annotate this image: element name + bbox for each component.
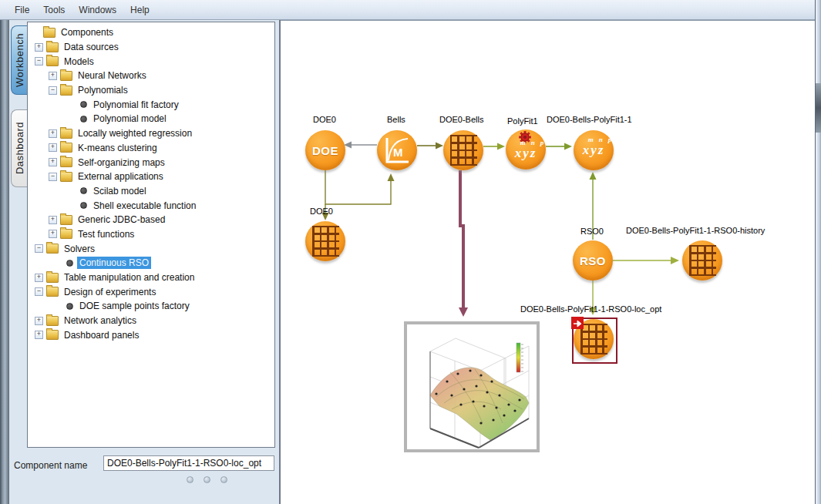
tree-item-scilab-model[interactable]: Scilab model — [28, 184, 274, 199]
tree-item-label: Neural Networks — [76, 69, 149, 82]
node-label-bells: Bells — [387, 115, 405, 124]
tree-item-shell-executable-function[interactable]: Shell executable function — [28, 198, 274, 213]
tree-item-solvers[interactable]: − Solvers — [28, 241, 274, 256]
tree-item-design-of-experiments[interactable]: − Design of experiments — [28, 284, 274, 299]
tree-toggle[interactable]: − — [35, 244, 43, 253]
panel-splitter-dots[interactable] — [187, 476, 227, 483]
surface-plot-preview[interactable] — [404, 321, 540, 452]
tree-item-components[interactable]: Components — [28, 25, 274, 40]
tree-toggle[interactable]: − — [49, 173, 57, 181]
folder-icon — [60, 71, 72, 81]
tree-toggle[interactable]: − — [35, 287, 43, 296]
tree-item-polynomial-model[interactable]: Polynomial model — [28, 112, 274, 126]
tree-item-dashboard-panels[interactable]: + Dashboard panels — [28, 328, 274, 342]
tree-toggle[interactable]: + — [49, 72, 57, 80]
xyz-glyph: mnpxyz — [583, 143, 605, 158]
node-label-rso0: RSO0 — [580, 227, 604, 236]
tree-toggle[interactable]: + — [35, 274, 43, 282]
node-polyfit1[interactable]: mnpxyz — [506, 129, 546, 170]
tree-item-generic-jdbc-based[interactable]: + Generic JDBC-based — [28, 213, 274, 227]
surface-plot-image — [407, 324, 537, 449]
tree-item-label: Data sources — [62, 41, 121, 53]
plot-legend — [516, 343, 520, 372]
tree-item-data-sources[interactable]: + Data sources — [28, 40, 274, 55]
xyz-glyph: mnpxyz — [515, 146, 537, 161]
node-doe0-factory[interactable]: DOE — [305, 130, 345, 170]
folder-icon — [60, 86, 72, 96]
tree-toggle[interactable]: − — [35, 57, 43, 66]
tree-item-polynomials[interactable]: − Polynomials — [28, 83, 274, 98]
workflow-canvas[interactable]: DOE0 Bells DOE0-Bells PolyFit1 DOE0-Bell… — [281, 20, 815, 504]
node-polyfit-model[interactable]: mnpxyz — [574, 130, 614, 170]
bullet-icon — [80, 101, 87, 108]
tree-item-table-manipulation-and-creation[interactable]: + Table manipulation and creation — [28, 270, 274, 285]
tree-item-doe-sample-points-factory[interactable]: DOE sample points factory — [28, 299, 274, 314]
tree-toggle[interactable]: + — [49, 230, 57, 238]
node-rso0[interactable]: RSO — [573, 240, 613, 281]
menu-help[interactable]: Help — [123, 2, 156, 18]
doe-glyph: DOE — [312, 144, 338, 157]
tree-toggle[interactable]: − — [49, 86, 57, 95]
tree-item-label: Generic JDBC-based — [76, 213, 167, 226]
tree-item-label: Polynomials — [76, 84, 130, 96]
folder-icon — [46, 330, 59, 340]
tree-toggle[interactable]: + — [49, 129, 57, 138]
node-label-doe0table: DOE0 — [310, 207, 333, 216]
tree-toggle[interactable]: + — [35, 331, 43, 339]
node-label-model: DOE0-Bells-PolyFit1-1 — [547, 115, 632, 124]
tree-item-k-means-clustering[interactable]: + K-means clustering — [28, 141, 274, 156]
tree-item-continuous-rso[interactable]: Continuous RSO — [28, 256, 274, 270]
node-doe0-table[interactable] — [305, 221, 345, 261]
tree-item-label: Table manipulation and creation — [62, 271, 197, 284]
white-arrow-icon — [572, 318, 583, 328]
tree-item-models[interactable]: − Models — [28, 54, 274, 69]
tree-item-label: Models — [62, 55, 96, 68]
tree-item-label: K-means clustering — [76, 142, 160, 154]
workflow-edges — [281, 21, 815, 504]
svg-text:M: M — [393, 146, 403, 159]
tree-item-label: Design of experiments — [62, 286, 158, 298]
tree-item-label: DOE sample points factory — [77, 300, 192, 312]
menu-tools[interactable]: Tools — [36, 2, 72, 18]
tree-toggle[interactable]: + — [35, 317, 43, 325]
tree-item-polynomial-fit-factory[interactable]: Polynomial fit factory — [28, 97, 274, 112]
bullet-icon — [80, 202, 87, 209]
folder-icon — [43, 28, 56, 38]
folder-icon — [46, 287, 59, 297]
folder-icon — [60, 129, 72, 139]
menu-bar: File Tools Windows Help — [0, 0, 815, 20]
scrollbar-thumb[interactable] — [816, 83, 821, 133]
tree-toggle[interactable]: + — [49, 143, 57, 152]
tree-item-label: Network analytics — [62, 314, 139, 327]
node-doe0bells-table[interactable] — [443, 130, 483, 170]
tree-item-test-functions[interactable]: + Test functions — [28, 227, 274, 242]
bullet-icon — [66, 303, 73, 310]
bullet-icon — [80, 187, 87, 194]
tree-item-external-applications[interactable]: − External applications — [28, 170, 274, 184]
tree-item-self-organizing-maps[interactable]: + Self-organizing maps — [28, 155, 274, 170]
tree-toggle[interactable]: + — [49, 216, 57, 224]
tab-workbench[interactable]: Workbench — [11, 25, 27, 95]
tree-toggle[interactable]: + — [35, 43, 43, 52]
node-history-table[interactable] — [682, 240, 722, 281]
tree-item-label: Locally weighted regression — [76, 127, 194, 139]
tree-item-neural-networks[interactable]: + Neural Networks — [28, 69, 274, 83]
table-grid-icon — [450, 135, 477, 166]
menu-windows[interactable]: Windows — [72, 2, 123, 18]
node-bells[interactable]: M — [377, 130, 417, 170]
tree-toggle[interactable]: + — [49, 158, 57, 166]
tree-item-locally-weighted-regression[interactable]: + Locally weighted regression — [28, 126, 274, 141]
tree-item-label: Components — [59, 26, 116, 39]
tree-item-label: Scilab model — [91, 185, 149, 197]
rso-glyph: RSO — [580, 254, 606, 267]
tree-item-network-analytics[interactable]: + Network analytics — [28, 314, 274, 328]
tree-item-label: External applications — [76, 170, 166, 183]
component-name-input[interactable] — [103, 455, 274, 471]
bullet-icon — [80, 116, 87, 123]
menu-file[interactable]: File — [8, 2, 36, 18]
node-label-polyfit1: PolyFit1 — [507, 116, 538, 126]
window-right-scrollbar — [815, 0, 821, 504]
selected-arrow-badge — [571, 317, 584, 329]
folder-icon — [60, 157, 72, 167]
tab-dashboard[interactable]: Dashboard — [11, 109, 27, 187]
